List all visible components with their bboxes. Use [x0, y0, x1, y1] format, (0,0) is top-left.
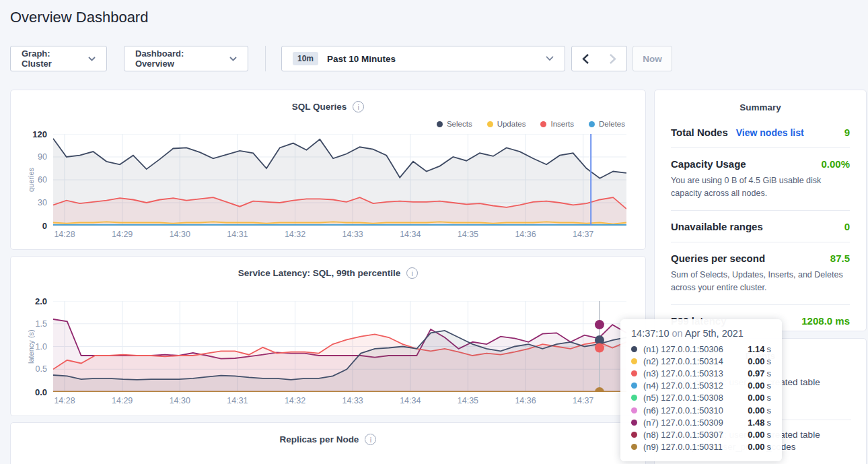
service-latency-chart-card: Service Latency: SQL, 99th percentile la…: [10, 256, 646, 416]
node-latency-value: 0.97s: [748, 368, 771, 378]
tooltip-node-row: (n4) 127.0.0.1:503120.00s: [631, 380, 771, 392]
y-tick: 120: [32, 129, 47, 139]
legend-label: Selects: [447, 120, 472, 128]
info-icon[interactable]: [365, 434, 376, 445]
chart-title: Service Latency: SQL, 99th percentile: [238, 268, 401, 278]
tooltip-node-row: (n2) 127.0.0.1:503140.00s: [631, 355, 771, 367]
x-tick: 14:30: [170, 230, 190, 239]
x-tick: 14:37: [573, 396, 593, 405]
latency-unit: s: [767, 380, 772, 391]
chevron-down-icon: [546, 56, 554, 61]
dashboard-dropdown[interactable]: Dashboard: Overview: [124, 46, 248, 71]
y-tick: 1.0: [36, 342, 47, 352]
legend-dot-icon: [437, 121, 443, 127]
legend-item-inserts[interactable]: Inserts: [540, 120, 574, 128]
node-series-dot-icon: [631, 358, 637, 364]
y-axis-ticks: 1209060300: [24, 134, 50, 226]
graph-dropdown-label: Graph: Cluster: [22, 48, 81, 69]
node-address: (n7) 127.0.0.1:50309: [643, 418, 723, 428]
summary-label: Queries per second: [671, 253, 765, 264]
info-icon[interactable]: [406, 267, 418, 279]
view-nodes-list-link[interactable]: View nodes list: [736, 127, 804, 138]
y-tick: 1.5: [36, 319, 47, 329]
sql-queries-chart-card: SQL Queries SelectsUpdatesInsertsDeletes…: [10, 90, 646, 250]
x-tick: 14:32: [285, 396, 305, 405]
latency-unit: s: [767, 418, 772, 428]
latency-unit: s: [767, 344, 772, 354]
node-series-dot-icon: [631, 407, 637, 413]
node-address: (n3) 127.0.0.1:50313: [643, 368, 723, 378]
summary-row-capacity-usage: Capacity Usage0.00%You are using 0 B of …: [671, 148, 850, 211]
summary-value: 1208.0 ms: [801, 315, 850, 327]
chart-hover-tooltip: 14:37:10 on Apr 5th, 2021 (n1) 127.0.0.1…: [620, 319, 782, 461]
x-tick: 14:30: [170, 396, 190, 405]
node-series-dot-icon: [631, 432, 637, 438]
chart-title: Replicas per Node: [280, 434, 359, 444]
legend-item-deletes[interactable]: Deletes: [589, 120, 625, 128]
now-button[interactable]: Now: [632, 46, 672, 71]
x-tick: 14:35: [458, 396, 478, 405]
chart-title: SQL Queries: [292, 102, 347, 112]
node-address: (n9) 127.0.0.1:50311: [643, 442, 723, 452]
legend-dot-icon: [487, 121, 493, 127]
node-latency-value: 1.14s: [748, 344, 771, 354]
node-latency-value: 0.00s: [748, 405, 771, 416]
x-tick: 14:33: [342, 396, 363, 405]
x-tick: 14:29: [112, 230, 133, 239]
node-series-dot-icon: [631, 395, 637, 401]
y-tick: 0: [42, 221, 47, 231]
time-next-button[interactable]: [599, 46, 627, 71]
tooltip-node-row: (n5) 127.0.0.1:503080.00s: [631, 392, 771, 404]
node-address: (n4) 127.0.0.1:50312: [643, 380, 723, 391]
chevron-down-icon: [88, 57, 96, 61]
x-tick: 14:36: [515, 230, 536, 239]
page-title: Overview Dashboard: [10, 9, 148, 26]
info-icon[interactable]: [353, 101, 364, 112]
summary-row-queries-per-second: Queries per second87.5Sum of Selects, Up…: [671, 242, 850, 305]
x-tick: 14:28: [54, 230, 75, 239]
y-axis-ticks: 2.01.51.00.50.0: [24, 301, 50, 392]
tooltip-node-row: (n6) 127.0.0.1:503100.00s: [631, 404, 771, 416]
legend-dot-icon: [589, 121, 595, 127]
chevron-right-icon: [609, 53, 616, 65]
node-address: (n8) 127.0.0.1:50307: [643, 430, 723, 440]
summary-description: You are using 0 B of 4.5 GiB usable disk…: [671, 174, 850, 201]
y-tick: 2.0: [35, 296, 47, 306]
node-address: (n6) 127.0.0.1:50310: [643, 405, 723, 416]
toolbar: Graph: Cluster Dashboard: Overview 10m P…: [0, 46, 868, 71]
legend-label: Inserts: [550, 120, 574, 128]
node-address: (n1) 127.0.0.1:50306: [643, 344, 723, 354]
x-tick: 14:35: [458, 230, 478, 239]
node-address: (n2) 127.0.0.1:50314: [643, 356, 723, 366]
service-latency-plot[interactable]: [53, 301, 626, 392]
summary-label: Capacity Usage: [671, 158, 746, 170]
node-latency-value: 0.00s: [748, 393, 771, 403]
chart-legend: SelectsUpdatesInsertsDeletes: [437, 120, 625, 128]
node-address: (n5) 127.0.0.1:50308: [643, 393, 723, 403]
dashboard-dropdown-label: Dashboard: Overview: [135, 48, 222, 69]
x-tick: 14:32: [285, 230, 305, 239]
y-tick: 30: [38, 198, 47, 207]
x-tick: 14:34: [400, 396, 421, 405]
x-axis-labels: 14:2814:2914:3014:3114:3214:3314:3414:35…: [53, 227, 626, 240]
summary-panel: Summary Total NodesView nodes list9Capac…: [654, 90, 867, 331]
summary-description: Sum of Selects, Updates, Inserts, and De…: [671, 269, 850, 295]
node-latency-value: 0.00s: [748, 430, 771, 440]
legend-item-updates[interactable]: Updates: [487, 120, 526, 128]
legend-item-selects[interactable]: Selects: [437, 120, 472, 128]
time-prev-button[interactable]: [571, 46, 600, 71]
graph-dropdown[interactable]: Graph: Cluster: [10, 46, 107, 71]
node-series-dot-icon: [631, 370, 637, 376]
node-latency-value: 1.48s: [748, 418, 771, 428]
x-tick: 14:36: [515, 396, 536, 405]
toolbar-divider: [265, 46, 266, 71]
legend-label: Updates: [497, 120, 526, 128]
legend-dot-icon: [540, 121, 546, 127]
sql-queries-plot[interactable]: [53, 134, 626, 226]
summary-row-total-nodes: Total NodesView nodes list9: [671, 117, 850, 148]
x-tick: 14:29: [112, 396, 133, 405]
y-tick: 90: [38, 152, 47, 162]
tooltip-node-row: (n1) 127.0.0.1:503061.14s: [631, 343, 771, 355]
time-range-selector[interactable]: 10m Past 10 Minutes: [281, 46, 565, 71]
node-series-dot-icon: [631, 444, 637, 450]
